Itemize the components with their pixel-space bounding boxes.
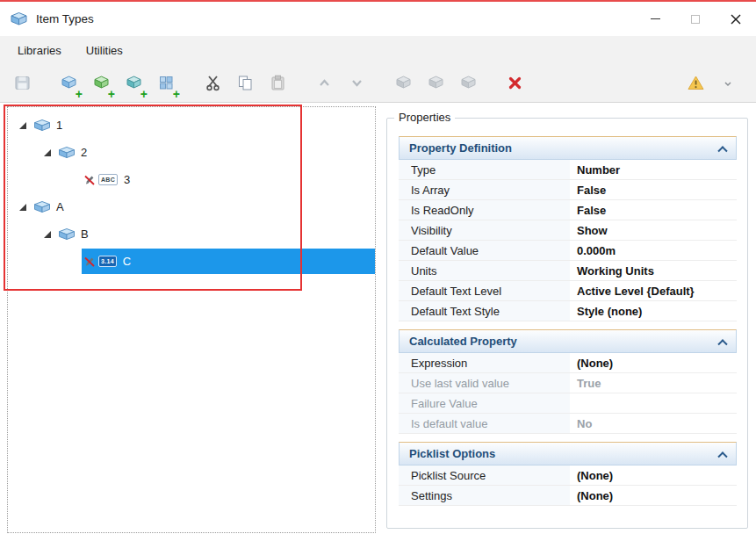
property-label: Settings bbox=[399, 486, 570, 505]
property-label: Use last valid value bbox=[399, 373, 570, 393]
window-controls bbox=[635, 2, 756, 36]
window-title: Item Types bbox=[36, 12, 94, 25]
new-library-icon[interactable]: + bbox=[55, 70, 82, 97]
property-label: Default Value bbox=[399, 241, 570, 260]
property-label: Type bbox=[399, 160, 570, 179]
move-up-icon bbox=[311, 70, 337, 97]
new-property-icon[interactable]: + bbox=[120, 70, 147, 97]
item-cube-icon bbox=[59, 147, 75, 158]
property-row: Is ArrayFalse bbox=[399, 180, 737, 200]
tree-item-1[interactable]: 1 bbox=[8, 112, 375, 139]
tree-item-3[interactable]: ABC3 bbox=[8, 166, 375, 193]
tree-item-label: 3 bbox=[124, 173, 130, 186]
app-cube-icon bbox=[11, 12, 28, 26]
section-header[interactable]: Property Definition bbox=[399, 136, 737, 160]
property-value[interactable]: Style (none) bbox=[570, 305, 737, 318]
section-title: Picklist Options bbox=[409, 447, 495, 460]
new-custom-property-icon[interactable]: + bbox=[153, 70, 179, 97]
property-label: Is default value bbox=[399, 414, 570, 433]
toolbar: ++++ bbox=[0, 64, 756, 103]
no-edit-pencil-icon bbox=[83, 256, 96, 268]
property-value[interactable]: 0.000m bbox=[570, 244, 737, 257]
tree-item-label: 1 bbox=[56, 119, 62, 132]
property-row: Settings(None) bbox=[399, 486, 737, 506]
close-button[interactable] bbox=[716, 2, 756, 36]
collapse-chevron-icon[interactable] bbox=[717, 146, 727, 155]
property-row: Default Value0.000m bbox=[399, 241, 737, 261]
property-label: Visibility bbox=[399, 220, 570, 240]
property-label: Expression bbox=[399, 353, 570, 372]
menubar: LibrariesUtilities bbox=[0, 36, 756, 64]
expander-icon[interactable] bbox=[13, 204, 32, 211]
property-value[interactable]: (None) bbox=[570, 469, 737, 482]
update-item-icon bbox=[422, 70, 449, 97]
property-row: Is ReadOnlyFalse bbox=[399, 200, 737, 220]
tree-item-2[interactable]: 2 bbox=[8, 139, 375, 166]
tree-item-label: C bbox=[123, 255, 131, 268]
maximize-icon bbox=[691, 15, 700, 24]
property-row: Use last valid valueTrue bbox=[399, 373, 737, 393]
section-picklist-options: Picklist OptionsPicklist Source(None)Set… bbox=[399, 442, 737, 506]
tree-item-A[interactable]: A bbox=[8, 193, 375, 220]
titlebar: Item Types bbox=[0, 2, 756, 36]
maximize-button bbox=[675, 2, 716, 36]
property-value[interactable]: False bbox=[570, 184, 737, 197]
property-row: Is default valueNo bbox=[399, 414, 737, 434]
property-value[interactable]: Working Units bbox=[570, 264, 737, 278]
text-type-badge: ABC bbox=[98, 174, 118, 185]
property-row: TypeNumber bbox=[399, 160, 737, 180]
property-label: Default Text Style bbox=[399, 301, 570, 321]
menu-utilities[interactable]: Utilities bbox=[74, 36, 135, 64]
property-row: Picklist Source(None) bbox=[399, 465, 737, 486]
item-cube-icon bbox=[34, 201, 50, 213]
property-label: Is Array bbox=[399, 180, 570, 199]
tree-item-C[interactable]: 3.14C bbox=[8, 248, 375, 275]
expander-icon[interactable] bbox=[38, 231, 57, 238]
apply-item-icon bbox=[455, 70, 481, 97]
save-icon bbox=[9, 70, 35, 97]
property-value[interactable]: (None) bbox=[570, 489, 737, 502]
move-down-icon bbox=[343, 70, 370, 97]
tree-item-label: A bbox=[56, 200, 64, 213]
cut-icon[interactable] bbox=[199, 70, 226, 97]
property-value[interactable]: False bbox=[570, 204, 737, 217]
property-sections: Property DefinitionTypeNumberIs ArrayFal… bbox=[387, 119, 747, 506]
section-header[interactable]: Picklist Options bbox=[399, 442, 737, 465]
section-calculated-property: Calculated PropertyExpression(None)Use l… bbox=[399, 329, 737, 434]
delete-icon[interactable] bbox=[501, 70, 528, 97]
minimize-button[interactable] bbox=[635, 2, 675, 36]
item-types-tree: 12ABC3AB3.14C bbox=[7, 106, 376, 533]
tree-item-label: B bbox=[81, 227, 89, 241]
toolbar-overflow-icon[interactable] bbox=[715, 70, 741, 97]
item-cube-icon bbox=[59, 228, 75, 240]
property-label: Default Text Level bbox=[399, 281, 570, 300]
property-value[interactable]: (None) bbox=[570, 357, 737, 370]
paste-icon bbox=[264, 70, 291, 97]
property-value[interactable]: Show bbox=[570, 224, 737, 237]
property-row: Failure Value bbox=[399, 393, 737, 414]
number-type-badge: 3.14 bbox=[98, 256, 117, 267]
property-row: Expression(None) bbox=[399, 353, 737, 373]
property-row: Default Text LevelActive Level {Default} bbox=[399, 281, 737, 301]
warning-icon[interactable] bbox=[682, 70, 709, 97]
property-label: Units bbox=[399, 261, 570, 280]
expander-icon[interactable] bbox=[13, 122, 32, 129]
collapse-chevron-icon[interactable] bbox=[717, 339, 727, 349]
property-row: VisibilityShow bbox=[399, 220, 737, 241]
no-edit-pencil-icon bbox=[83, 174, 96, 186]
attach-item-icon bbox=[390, 70, 416, 97]
expander-icon[interactable] bbox=[38, 149, 57, 156]
property-label: Picklist Source bbox=[399, 465, 570, 485]
property-row: Default Text StyleStyle (none) bbox=[399, 301, 737, 321]
tree-item-label: 2 bbox=[81, 146, 87, 159]
tree-item-B[interactable]: B bbox=[8, 220, 375, 248]
collapse-chevron-icon[interactable] bbox=[717, 451, 727, 461]
copy-icon[interactable] bbox=[232, 70, 258, 97]
new-item-type-icon[interactable]: + bbox=[88, 70, 114, 97]
property-value[interactable]: Active Level {Default} bbox=[570, 285, 737, 298]
section-header[interactable]: Calculated Property bbox=[399, 329, 737, 353]
property-value[interactable]: Number bbox=[570, 163, 737, 177]
minimize-icon bbox=[651, 18, 660, 19]
menu-libraries[interactable]: Libraries bbox=[5, 36, 74, 64]
property-row: UnitsWorking Units bbox=[399, 261, 737, 281]
